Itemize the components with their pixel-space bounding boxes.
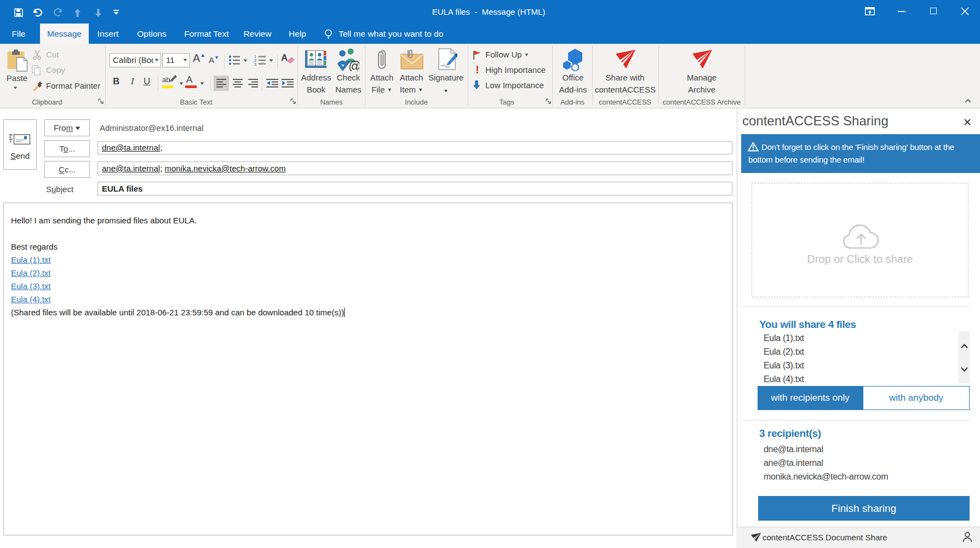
svg-text:1: 1 <box>254 55 256 59</box>
svg-text:@: @ <box>348 59 359 71</box>
svg-text:3: 3 <box>254 62 256 66</box>
svg-text:2: 2 <box>254 59 256 62</box>
